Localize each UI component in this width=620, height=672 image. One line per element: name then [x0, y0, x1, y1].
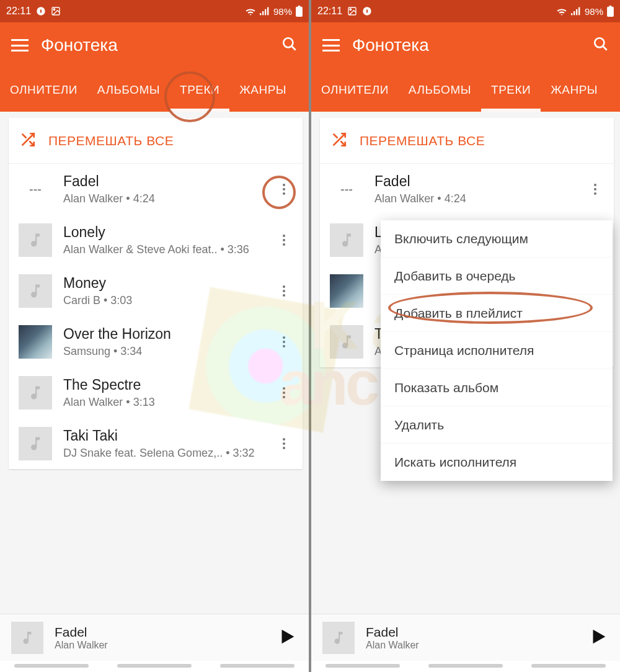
- menu-add-queue[interactable]: Добавить в очередь: [381, 258, 613, 295]
- svg-rect-5: [265, 9, 266, 16]
- track-more-button[interactable]: [270, 328, 298, 356]
- compass-icon: [36, 6, 46, 16]
- track-more-button[interactable]: [270, 277, 298, 305]
- track-subtitle: Samsung • 3:34: [63, 345, 259, 358]
- track-row[interactable]: --- Fadel Alan Walker • 4:24: [320, 164, 614, 215]
- track-more-button[interactable]: [270, 379, 298, 406]
- shuffle-all-button[interactable]: ПЕРЕМЕШАТЬ ВСЕ: [9, 118, 303, 164]
- track-title: The Spectre: [63, 377, 259, 393]
- tab-artists[interactable]: ОЛНИТЕЛИ: [0, 68, 87, 112]
- track-subtitle: Alan Walker • 3:13: [63, 396, 259, 409]
- now-playing-bar[interactable]: Fadel Alan Walker: [0, 614, 309, 661]
- nav-back[interactable]: [531, 664, 606, 668]
- nav-bar: [311, 661, 620, 672]
- pane-left: 22:11 98%: [0, 0, 309, 672]
- svg-rect-3: [260, 13, 261, 15]
- now-playing-artist: Alan Walker: [366, 640, 577, 651]
- album-art-icon: [330, 274, 363, 308]
- nav-home[interactable]: [117, 664, 192, 668]
- track-more-button[interactable]: [270, 176, 298, 203]
- now-playing-artist: Alan Walker: [55, 640, 265, 651]
- track-row[interactable]: Lonely Alan Walker & Steve Aoki feat.. •…: [9, 215, 303, 266]
- now-playing-bar[interactable]: Fadel Alan Walker: [311, 614, 620, 661]
- album-art-icon: [330, 325, 363, 359]
- track-title: Fadel: [63, 173, 259, 190]
- track-title: Taki Taki: [63, 428, 259, 444]
- svg-rect-7: [296, 7, 303, 17]
- more-vert-icon: [283, 235, 285, 246]
- status-time: 22:11: [317, 6, 342, 17]
- now-playing-art-icon: [322, 622, 355, 654]
- tab-artists[interactable]: ОЛНИТЕЛИ: [311, 68, 399, 112]
- album-art-icon: [19, 376, 52, 410]
- tab-tracks[interactable]: ТРЕКИ: [170, 68, 229, 112]
- page-title: Фонотека: [41, 35, 269, 55]
- svg-rect-19: [609, 6, 612, 7]
- svg-rect-4: [262, 11, 264, 15]
- battery-percent: 98%: [273, 6, 292, 17]
- wifi-icon: [556, 7, 567, 16]
- menu-artist-page[interactable]: Страница исполнителя: [381, 332, 613, 369]
- track-subtitle: Cardi B • 3:03: [63, 294, 259, 307]
- play-icon: [277, 626, 298, 647]
- nav-recent[interactable]: [326, 664, 400, 668]
- svg-rect-8: [298, 6, 301, 7]
- nav-home[interactable]: [428, 664, 503, 668]
- svg-rect-15: [574, 11, 575, 15]
- tab-strip: ОЛНИТЕЛИ АЛЬБОМЫ ТРЕКИ ЖАНРЫ: [311, 68, 620, 112]
- track-subtitle: Alan Walker • 4:24: [374, 192, 570, 205]
- track-more-button[interactable]: [582, 176, 609, 203]
- svg-rect-18: [607, 7, 614, 17]
- page-title: Фонотека: [352, 35, 580, 55]
- svg-line-10: [292, 47, 296, 50]
- album-art-icon: [19, 274, 52, 308]
- nav-back[interactable]: [220, 664, 294, 668]
- track-row[interactable]: Taki Taki DJ Snake feat. Selena Gomez,..…: [9, 418, 303, 469]
- tab-tracks[interactable]: ТРЕКИ: [481, 68, 541, 112]
- app-bar: Фонотека: [0, 22, 309, 68]
- svg-point-20: [595, 38, 604, 47]
- pane-right: 22:11 98%: [311, 0, 620, 672]
- more-vert-icon: [283, 438, 285, 449]
- play-button[interactable]: [277, 626, 298, 650]
- play-button[interactable]: [588, 626, 609, 650]
- tab-strip: ОЛНИТЕЛИ АЛЬБОМЫ ТРЕКИ ЖАНРЫ: [0, 68, 309, 112]
- tab-genres[interactable]: ЖАНРЫ: [541, 68, 608, 112]
- track-subtitle: DJ Snake feat. Selena Gomez,.. • 3:32: [63, 447, 259, 460]
- tab-genres[interactable]: ЖАНРЫ: [229, 68, 296, 112]
- menu-add-playlist[interactable]: Добавить в плейлист: [381, 295, 613, 332]
- track-subtitle: Alan Walker • 4:24: [63, 192, 259, 205]
- tab-albums[interactable]: АЛЬБОМЫ: [87, 68, 170, 112]
- shuffle-label: ПЕРЕМЕШАТЬ ВСЕ: [360, 133, 485, 148]
- album-art-icon: [19, 325, 52, 359]
- compass-icon: [362, 6, 372, 16]
- tab-albums[interactable]: АЛЬБОМЫ: [399, 68, 481, 112]
- track-row[interactable]: Money Cardi B • 3:03: [9, 266, 303, 316]
- more-vert-icon: [283, 387, 285, 398]
- more-vert-icon: [283, 184, 285, 195]
- shuffle-all-button[interactable]: ПЕРЕМЕШАТЬ ВСЕ: [320, 118, 614, 164]
- track-more-button[interactable]: [270, 430, 298, 457]
- now-playing-art-icon: [11, 622, 43, 654]
- track-list-card: ПЕРЕМЕШАТЬ ВСЕ --- Fadel Alan Walker • 4…: [9, 118, 303, 469]
- album-art-icon: ---: [330, 172, 363, 206]
- menu-search-artist[interactable]: Искать исполнителя: [381, 444, 613, 481]
- search-icon[interactable]: [281, 36, 298, 55]
- menu-icon[interactable]: [11, 39, 29, 52]
- track-row[interactable]: The Spectre Alan Walker • 3:13: [9, 367, 303, 418]
- more-vert-icon: [283, 336, 285, 347]
- track-title: Money: [63, 275, 259, 292]
- menu-show-album[interactable]: Показать альбом: [381, 369, 613, 406]
- nav-recent[interactable]: [14, 664, 89, 668]
- track-row[interactable]: Over the Horizon Samsung • 3:34: [9, 316, 303, 367]
- menu-play-next[interactable]: Включить следующим: [381, 220, 613, 258]
- menu-icon[interactable]: [322, 39, 340, 52]
- battery-icon: [607, 6, 614, 17]
- menu-delete[interactable]: Удалить: [381, 406, 613, 444]
- track-more-button[interactable]: [270, 226, 298, 254]
- track-title: Over the Horizon: [63, 326, 259, 343]
- track-title: Lonely: [63, 224, 259, 241]
- track-row[interactable]: --- Fadel Alan Walker • 4:24: [9, 164, 303, 215]
- search-icon[interactable]: [593, 36, 609, 55]
- app-bar: Фонотека: [311, 22, 620, 68]
